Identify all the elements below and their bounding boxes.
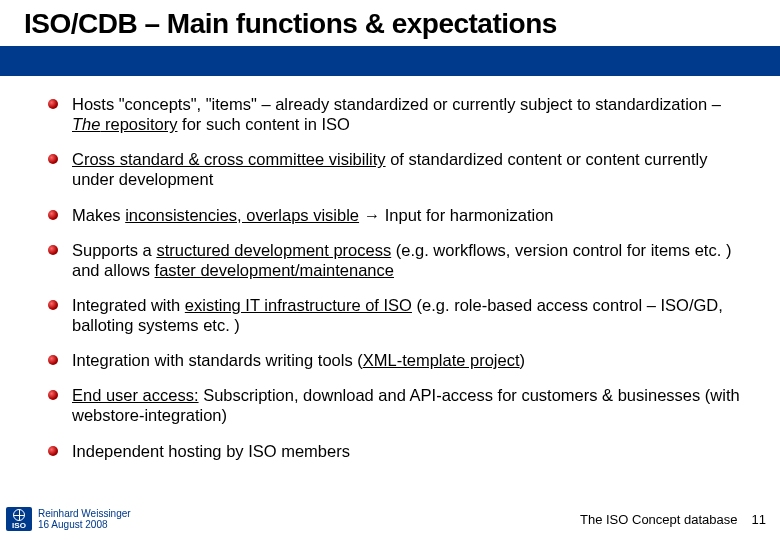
footer-doc-title: The ISO Concept database bbox=[580, 512, 738, 527]
list-item: Makes inconsistencies, overlaps visible … bbox=[48, 205, 752, 225]
bullet-emphasis: existing IT infrastructure of ISO bbox=[185, 296, 412, 314]
footer: ISO Reinhard Weissinger 16 August 2008 T… bbox=[0, 504, 780, 540]
bullet-text: Hosts "concepts", "items" – already stan… bbox=[72, 95, 721, 113]
author-name: Reinhard Weissinger bbox=[38, 508, 131, 520]
bullet-emphasis: Cross standard & cross committee visibil… bbox=[72, 150, 386, 168]
bullet-emphasis: inconsistencies, overlaps visible bbox=[125, 206, 359, 224]
bullet-text: for such content in ISO bbox=[177, 115, 349, 133]
bullet-text: Integrated with bbox=[72, 296, 185, 314]
list-item: End user access: Subscription, download … bbox=[48, 385, 752, 425]
header: ISO/CDB – Main functions & expectations bbox=[0, 0, 780, 76]
bullet-text: ) bbox=[520, 351, 526, 369]
presentation-date: 16 August 2008 bbox=[38, 519, 131, 531]
title-bar bbox=[0, 46, 780, 76]
slide: ISO/CDB – Main functions & expectations … bbox=[0, 0, 780, 540]
bullet-emphasis: structured development process bbox=[156, 241, 391, 259]
bullet-text: Supports a bbox=[72, 241, 156, 259]
list-item: Independent hosting by ISO members bbox=[48, 441, 752, 461]
list-item: Integrated with existing IT infrastructu… bbox=[48, 295, 752, 335]
bullet-text: Integration with standards writing tools… bbox=[72, 351, 363, 369]
logo-text: ISO bbox=[12, 522, 26, 530]
bullet-emphasis: repository bbox=[100, 115, 177, 133]
bullet-emphasis: XML-template project bbox=[363, 351, 520, 369]
iso-logo-icon: ISO bbox=[6, 507, 32, 531]
bullet-text: Independent hosting by ISO members bbox=[72, 442, 350, 460]
list-item: Hosts "concepts", "items" – already stan… bbox=[48, 94, 752, 134]
slide-title: ISO/CDB – Main functions & expectations bbox=[24, 8, 768, 40]
title-row: ISO/CDB – Main functions & expectations bbox=[0, 0, 780, 46]
author-block: Reinhard Weissinger 16 August 2008 bbox=[38, 508, 131, 531]
bullet-emphasis: faster development/maintenance bbox=[155, 261, 394, 279]
bullet-emphasis: End user access: bbox=[72, 386, 199, 404]
content-area: Hosts "concepts", "items" – already stan… bbox=[0, 76, 780, 504]
bullet-text: → Input for harmonization bbox=[359, 206, 553, 224]
list-item: Integration with standards writing tools… bbox=[48, 350, 752, 370]
bullet-list: Hosts "concepts", "items" – already stan… bbox=[48, 94, 752, 461]
list-item: Supports a structured development proces… bbox=[48, 240, 752, 280]
list-item: Cross standard & cross committee visibil… bbox=[48, 149, 752, 189]
globe-icon bbox=[13, 509, 25, 521]
bullet-emphasis: The bbox=[72, 115, 100, 133]
bullet-text: Makes bbox=[72, 206, 125, 224]
page-number: 11 bbox=[752, 512, 766, 527]
